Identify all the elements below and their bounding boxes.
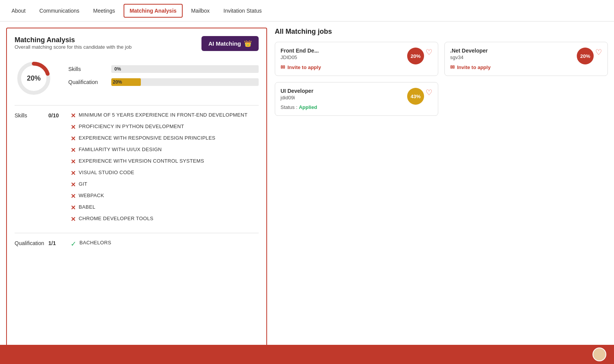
bar-label: Qualification	[68, 79, 107, 85]
skill-text: FAMILIARITY WITH UI/UX DESIGN	[79, 146, 162, 153]
skill-text: MINIMUM OF 5 YEARS EXPERIENCE IN FRONT-E…	[79, 112, 248, 119]
status-label: Status :	[281, 104, 299, 110]
mail-icon: ✉	[450, 64, 455, 70]
job-title: Front End De...	[281, 48, 319, 54]
skill-text: EXPERIENCE WITH RESPONSIVE DESIGN PRINCI…	[79, 135, 215, 142]
skill-item: ✕EXPERIENCE WITH VERSION CONTROL SYSTEMS	[71, 158, 259, 165]
qual-items: ✓BACHELORS	[71, 239, 259, 252]
navigation: AboutCommunicationsMeetingsMatching Anal…	[0, 0, 614, 21]
skill-text: BABEL	[79, 204, 95, 211]
skill-item: ✕FAMILIARITY WITH UI/UX DESIGN	[71, 146, 259, 154]
skill-text: WEBPACK	[79, 192, 104, 199]
qual-section-label: Qualification	[15, 239, 45, 246]
skill-text: CHROME DEVELOPER TOOLS	[79, 215, 154, 222]
status-row: Status : Applied	[281, 104, 432, 110]
bottom-bar	[0, 345, 614, 364]
heart-icon[interactable]: ♡	[426, 48, 432, 57]
x-icon: ✕	[71, 170, 76, 177]
heart-icon[interactable]: ♡	[595, 48, 602, 57]
mail-icon: ✉	[281, 64, 285, 70]
skill-item: ✕WEBPACK	[71, 192, 259, 200]
qual-score: 1/1	[48, 239, 68, 246]
panel-header: Matching Analysis Overall matching score…	[15, 36, 259, 58]
donut-label: 20%	[27, 74, 41, 82]
panel-title-group: Matching Analysis Overall matching score…	[15, 36, 132, 58]
x-icon: ✕	[71, 158, 76, 165]
check-icon: ✓	[71, 240, 76, 248]
bars-section: Skills0%Qualification20%	[68, 65, 259, 91]
skills-score: 0/10	[48, 112, 68, 119]
x-icon: ✕	[71, 181, 76, 188]
bar-text: 20%	[113, 79, 122, 85]
nav-item-about[interactable]: About	[6, 5, 31, 17]
job-id: JDID05	[281, 54, 319, 60]
qual-item: ✓BACHELORS	[71, 239, 259, 248]
skills-table: Skills 0/10 ✕MINIMUM OF 5 YEARS EXPERIEN…	[15, 112, 259, 252]
bar-track: 20%	[111, 78, 259, 86]
job-title: .Net Developer	[450, 48, 488, 54]
skill-text: EXPERIENCE WITH VERSION CONTROL SYSTEMS	[79, 158, 204, 165]
heart-icon[interactable]: ♡	[426, 88, 432, 97]
job-card: .Net Developersgv34♡20%✉Invite to apply	[444, 42, 608, 76]
job-id: jdid09i	[281, 95, 314, 100]
job-card-info: UI Developerjdid09i	[281, 88, 314, 100]
score-section: 20% Skills0%Qualification20%	[15, 59, 259, 97]
skill-item: ✕CHROME DEVELOPER TOOLS	[71, 215, 259, 223]
ai-matching-button[interactable]: AI Matching 👑	[201, 36, 259, 51]
invite-row[interactable]: ✉Invite to apply	[281, 64, 432, 70]
nav-item-mailbox[interactable]: Mailbox	[186, 5, 215, 17]
skills-row: Skills 0/10 ✕MINIMUM OF 5 YEARS EXPERIEN…	[15, 112, 259, 227]
status-value: Applied	[299, 104, 317, 110]
x-icon: ✕	[71, 216, 76, 223]
panel-title: Matching Analysis	[15, 36, 132, 44]
invite-label: Invite to apply	[457, 64, 490, 70]
qualification-row: Qualification 1/1 ✓BACHELORS	[15, 239, 259, 252]
bar-row-skills: Skills0%	[68, 65, 259, 73]
skill-item: ✕PROFICIENCY IN PYTHON DEVELOPMENT	[71, 123, 259, 131]
x-icon: ✕	[71, 124, 76, 131]
x-icon: ✕	[71, 204, 76, 211]
job-title: UI Developer	[281, 88, 314, 94]
avatar	[593, 348, 606, 361]
nav-item-meetings[interactable]: Meetings	[88, 5, 120, 17]
job-id: sgv34	[450, 54, 488, 60]
x-icon: ✕	[71, 112, 76, 119]
job-card: Front End De...JDID05♡20%✉Invite to appl…	[275, 42, 438, 76]
x-icon: ✕	[71, 147, 76, 154]
skill-item: ✕VISUAL STUDIO CODE	[71, 169, 259, 177]
bar-label: Skills	[68, 66, 107, 72]
donut-chart: 20%	[15, 59, 53, 97]
job-cards-grid: Front End De...JDID05♡20%✉Invite to appl…	[275, 42, 608, 116]
bar-row-qualification: Qualification20%	[68, 78, 259, 86]
main-layout: Matching Analysis Overall matching score…	[0, 21, 614, 364]
score-badge: 20%	[577, 48, 594, 64]
nav-item-invitation-status[interactable]: Invitation Status	[218, 5, 267, 17]
invite-label: Invite to apply	[287, 64, 321, 70]
bar-text: 0%	[114, 66, 121, 72]
skills-section-label: Skills	[15, 112, 45, 119]
nav-item-matching-analysis[interactable]: Matching Analysis	[124, 4, 183, 18]
nav-item-communications[interactable]: Communications	[34, 5, 85, 17]
skill-text: BACHELORS	[79, 239, 111, 246]
ai-matching-label: AI Matching	[208, 40, 241, 47]
skills-items: ✕MINIMUM OF 5 YEARS EXPERIENCE IN FRONT-…	[71, 112, 259, 227]
score-badge: 43%	[407, 88, 424, 105]
section-divider-2	[15, 233, 259, 233]
skill-item: ✕MINIMUM OF 5 YEARS EXPERIENCE IN FRONT-…	[71, 112, 259, 119]
skill-item: ✕BABEL	[71, 204, 259, 211]
left-panel: Matching Analysis Overall matching score…	[6, 28, 267, 358]
section-divider	[15, 105, 259, 105]
skill-text: PROFICIENCY IN PYTHON DEVELOPMENT	[79, 123, 184, 130]
right-panel: All Matching jobs Front End De...JDID05♡…	[275, 28, 608, 358]
crown-icon: 👑	[244, 40, 252, 47]
skill-item: ✕EXPERIENCE WITH RESPONSIVE DESIGN PRINC…	[71, 135, 259, 142]
bar-track: 0%	[111, 65, 259, 73]
x-icon: ✕	[71, 193, 76, 200]
x-icon: ✕	[71, 135, 76, 142]
invite-row[interactable]: ✉Invite to apply	[450, 64, 602, 70]
right-panel-title: All Matching jobs	[275, 28, 608, 36]
score-badge: 20%	[407, 48, 424, 64]
skill-item: ✕GIT	[71, 181, 259, 188]
job-card-info: Front End De...JDID05	[281, 48, 319, 60]
skill-text: VISUAL STUDIO CODE	[79, 169, 134, 176]
